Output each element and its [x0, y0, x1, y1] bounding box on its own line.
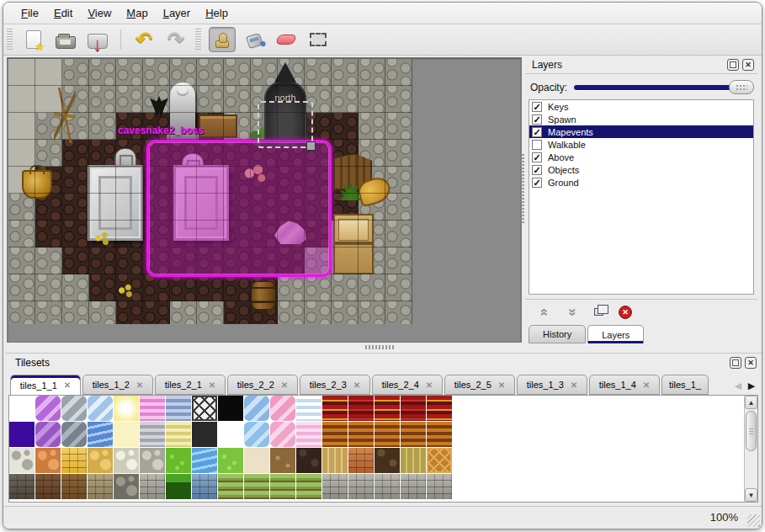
move-layer-down-button[interactable]: «	[560, 302, 582, 322]
map-tile[interactable]	[8, 59, 35, 86]
map-tile[interactable]	[385, 221, 412, 247]
map-tile[interactable]	[35, 301, 62, 324]
map-tile[interactable]	[224, 86, 251, 113]
palette-tile[interactable]	[296, 396, 321, 421]
save-button[interactable]: ↓	[84, 27, 111, 52]
map-tile[interactable]	[305, 274, 332, 301]
palette-tile[interactable]	[9, 474, 35, 499]
map-tile[interactable]	[385, 140, 412, 167]
palette-tile[interactable]	[375, 396, 400, 421]
palette-tile[interactable]	[322, 396, 348, 421]
map-tile[interactable]	[305, 301, 332, 324]
close-tab-icon[interactable]: ✕	[281, 380, 288, 390]
map-view[interactable]: north cavesnake2_boss	[7, 57, 522, 343]
layer-visibility-checkbox[interactable]	[532, 114, 542, 125]
delete-layer-button[interactable]	[614, 302, 636, 322]
undo-button[interactable]: ↶	[130, 27, 157, 52]
map-tile[interactable]	[62, 247, 89, 274]
map-tile[interactable]	[89, 301, 116, 324]
menu-help[interactable]: Help	[198, 3, 236, 24]
palette-tile[interactable]	[401, 474, 426, 499]
stamp-button[interactable]	[209, 27, 236, 52]
tileset-tab-tiles_2_4[interactable]: tiles_2_4✕	[372, 375, 443, 395]
map-tile[interactable]	[116, 247, 143, 274]
map-tile[interactable]	[116, 301, 143, 324]
map-tile[interactable]	[332, 86, 359, 113]
duplicate-layer-button[interactable]	[587, 302, 609, 322]
palette-tile[interactable]	[296, 474, 321, 499]
map-tile[interactable]	[332, 274, 359, 301]
map-tile[interactable]	[89, 247, 116, 274]
palette-tile[interactable]	[9, 422, 35, 447]
palette-tile[interactable]	[9, 396, 35, 421]
horizontal-splitter-grip[interactable]	[365, 345, 396, 349]
palette-tile[interactable]	[270, 448, 295, 473]
tileset-tab-tiles_2_1[interactable]: tiles_2_1✕	[155, 375, 226, 395]
map-tile[interactable]	[359, 113, 385, 140]
map-tile[interactable]	[332, 113, 359, 140]
map-tile[interactable]	[8, 113, 35, 140]
tileset-tab-tiles_2_5[interactable]: tiles_2_5✕	[444, 375, 515, 395]
map-tile[interactable]	[278, 301, 305, 324]
palette-tile[interactable]	[401, 422, 426, 447]
map-tile[interactable]	[8, 140, 35, 167]
float-tilesets-icon[interactable]	[730, 357, 741, 369]
layer-row-objects[interactable]: Objects	[529, 163, 753, 176]
map-tile[interactable]	[143, 301, 170, 324]
palette-tile[interactable]	[88, 422, 113, 447]
tileset-palette[interactable]: ▲ ▼	[8, 395, 758, 503]
map-tile[interactable]	[89, 274, 116, 301]
map-tile[interactable]	[62, 140, 89, 167]
map-tile[interactable]	[385, 274, 412, 301]
palette-tile[interactable]	[166, 396, 191, 421]
menu-file[interactable]: File	[13, 3, 46, 24]
map-tile[interactable]	[35, 140, 62, 167]
palette-tile[interactable]	[427, 396, 452, 421]
palette-tile[interactable]	[375, 422, 400, 447]
palette-tile[interactable]	[270, 474, 295, 499]
map-tile[interactable]	[62, 167, 89, 194]
tileset-tab-tiles_2_2[interactable]: tiles_2_2✕	[227, 375, 298, 395]
layer-row-above[interactable]: Above	[529, 151, 753, 163]
palette-tile[interactable]	[375, 474, 400, 499]
palette-tile[interactable]	[296, 422, 321, 447]
layer-visibility-checkbox[interactable]	[532, 165, 542, 175]
scroll-up-icon[interactable]: ▲	[745, 396, 757, 409]
toolbar-grip[interactable]	[7, 29, 13, 51]
layer-row-ground[interactable]: Ground	[529, 176, 753, 189]
palette-tile[interactable]	[166, 422, 191, 447]
palette-tile[interactable]	[322, 422, 348, 447]
palette-tile[interactable]	[61, 448, 87, 473]
close-tab-icon[interactable]: ✕	[643, 380, 650, 390]
map-tile[interactable]	[62, 301, 89, 324]
palette-tile[interactable]	[296, 448, 321, 473]
palette-tile[interactable]	[348, 448, 374, 473]
map-tile[interactable]	[359, 59, 385, 86]
dock-tab-layers[interactable]: Layers	[587, 325, 644, 343]
palette-tile[interactable]	[192, 396, 217, 421]
map-tile[interactable]	[170, 301, 197, 324]
palette-tile[interactable]	[218, 448, 243, 473]
float-panel-icon[interactable]	[727, 59, 739, 71]
close-tilesets-icon[interactable]	[745, 357, 757, 369]
palette-tile[interactable]	[348, 396, 374, 421]
palette-tile[interactable]	[218, 474, 243, 499]
scrollbar-thumb[interactable]	[746, 411, 757, 451]
map-tile[interactable]	[116, 86, 143, 113]
barrel-object[interactable]	[251, 281, 276, 310]
layer-row-mapevents[interactable]: Mapevents	[529, 125, 753, 138]
palette-tile[interactable]	[35, 448, 61, 473]
menu-view[interactable]: View	[80, 3, 119, 24]
close-tab-icon[interactable]: ✕	[136, 380, 143, 390]
palette-tile[interactable]	[35, 422, 61, 447]
palette-tile[interactable]	[244, 422, 269, 447]
new-file-button[interactable]	[20, 27, 47, 52]
menu-edit[interactable]: Edit	[46, 3, 80, 24]
palette-scrollbar[interactable]: ▲ ▼	[744, 396, 757, 502]
open-folder-button[interactable]	[52, 27, 79, 52]
map-tile[interactable]	[35, 274, 62, 301]
scroll-tabs-left-icon[interactable]: ◀	[731, 376, 745, 395]
eraser-button[interactable]	[273, 27, 300, 52]
palette-tile[interactable]	[270, 422, 295, 447]
palette-tile[interactable]	[9, 448, 35, 473]
